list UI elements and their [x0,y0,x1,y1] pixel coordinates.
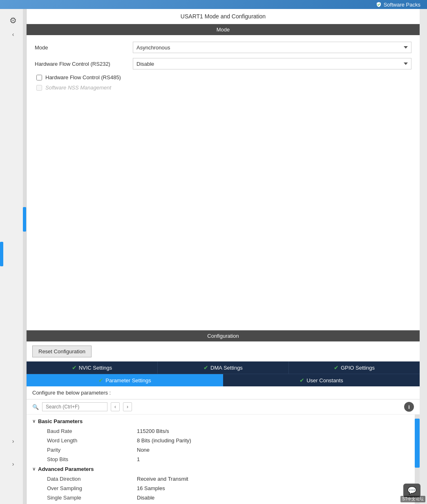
parity-value[interactable]: None [137,447,150,453]
sidebar-scroll-thumb [23,207,26,232]
search-icon: 🔍 [32,404,39,410]
shield-icon [376,2,382,7]
sidebar-scrollbar [23,9,26,504]
param-check-icon: ✔ [98,377,103,384]
tab-nvic-settings[interactable]: ✔ NVIC Settings [27,361,158,374]
left-sidebar: ⚙ ‹ › › [0,9,27,504]
chevron-left-icon-2[interactable]: › [12,461,14,467]
mode-row: Mode Asynchronous [35,42,411,53]
tab-nvic-label: NVIC Settings [79,365,112,371]
dma-check-icon: ✔ [203,364,208,371]
basic-parameters-label: Basic Parameters [38,418,83,424]
blue-accent-bar [0,242,3,266]
spacer [27,101,420,330]
chevron-down-icon-1[interactable]: ‹ [12,31,14,38]
mode-section-header: Mode [27,24,420,35]
hw-rs485-checkbox[interactable] [36,75,42,80]
software-packs-label: Software Packs [384,2,420,8]
config-section: Configuration Reset Configuration ✔ NVIC… [27,330,420,504]
reset-config-button[interactable]: Reset Configuration [32,346,92,357]
advanced-chevron-icon: ∨ [32,466,36,472]
hw-flow-row: Hardware Flow Control (RS232) Disable [35,58,411,69]
search-bar: 🔍 ‹ › i [27,399,420,415]
panel-title: USART1 Mode and Configuration [27,9,420,24]
list-item: Single Sample Disable [27,493,420,502]
top-bar: Software Packs [0,0,427,9]
word-length-name: Word Length [47,437,137,444]
stop-bits-value[interactable]: 1 [137,456,140,462]
search-input[interactable] [42,402,107,411]
mode-content: Mode Asynchronous Hardware Flow Control … [27,35,420,101]
list-item: Word Length 8 Bits (including Parity) [27,436,420,445]
data-direction-name: Data Direction [47,476,137,482]
prev-nav-button[interactable]: ‹ [111,402,120,411]
sw-nss-checkbox [36,85,42,91]
tab-gpio-label: GPIO Settings [341,365,375,371]
tab-user-constants[interactable]: ✔ User Constants [223,374,420,386]
config-section-header: Configuration [27,330,420,341]
list-item: Over Sampling 16 Samples [27,484,420,493]
tabs-row-2: ✔ Parameter Settings ✔ User Constants [27,374,420,386]
word-length-value[interactable]: 8 Bits (including Parity) [137,437,191,444]
tab-parameter-settings[interactable]: ✔ Parameter Settings [27,374,223,386]
chevron-left-icon-1[interactable]: › [12,438,14,444]
hw-flow-label: Hardware Flow Control (RS232) [35,61,129,67]
list-item: Baud Rate 115200 Bits/s [27,426,420,436]
baud-rate-name: Baud Rate [47,428,137,434]
data-direction-value[interactable]: Receive and Transmit [137,476,188,482]
over-sampling-name: Over Sampling [47,485,137,491]
info-button[interactable]: i [404,402,414,412]
advanced-parameters-label: Advanced Parameters [38,466,94,472]
sw-nss-label: Software NSS Management [45,85,111,91]
gear-icon[interactable]: ⚙ [5,12,21,29]
stop-bits-name: Stop Bits [47,456,137,462]
tab-user-label: User Constants [306,377,343,384]
single-sample-name: Single Sample [47,495,137,501]
tab-dma-label: DMA Settings [210,365,243,371]
baud-rate-value[interactable]: 115200 Bits/s [137,428,169,434]
tab-param-label: Parameter Settings [105,377,151,384]
hw-flow-select[interactable]: Disable [133,58,411,69]
basic-chevron-icon: ∨ [32,419,36,424]
mode-label: Mode [35,45,129,51]
configure-text: Configure the below parameters : [27,386,420,399]
chat-icon[interactable]: 💬 [403,484,420,497]
tab-dma-settings[interactable]: ✔ DMA Settings [158,361,289,374]
content-area: USART1 Mode and Configuration Mode Mode … [27,9,420,504]
basic-parameters-group[interactable]: ∨ Basic Parameters [27,416,420,426]
list-item: Stop Bits 1 [27,455,420,464]
list-item: Parity None [27,445,420,455]
gpio-check-icon: ✔ [334,364,339,371]
param-tree: ∨ Basic Parameters Baud Rate 115200 Bits… [27,415,420,504]
mode-select[interactable]: Asynchronous [133,42,411,53]
param-scroll-thumb [415,419,420,468]
list-item: Data Direction Receive and Transmit [27,474,420,484]
tabs-row-1: ✔ NVIC Settings ✔ DMA Settings ✔ GPIO Se… [27,361,420,374]
nvic-check-icon: ✔ [72,364,77,371]
next-nav-button[interactable]: › [123,402,132,411]
advanced-parameters-group[interactable]: ∨ Advanced Parameters [27,464,420,474]
right-panel [420,9,427,504]
sw-nss-row: Software NSS Management [36,85,411,91]
info-icon: i [408,404,410,410]
over-sampling-value[interactable]: 16 Samples [137,485,165,491]
st-badge: ST中文论坛 [400,496,425,502]
single-sample-value[interactable]: Disable [137,495,154,501]
user-check-icon: ✔ [300,377,304,384]
hw-rs485-label: Hardware Flow Control (RS485) [45,74,121,80]
parity-name: Parity [47,447,137,453]
tab-gpio-settings[interactable]: ✔ GPIO Settings [289,361,420,374]
hw-rs485-row: Hardware Flow Control (RS485) [36,74,411,80]
